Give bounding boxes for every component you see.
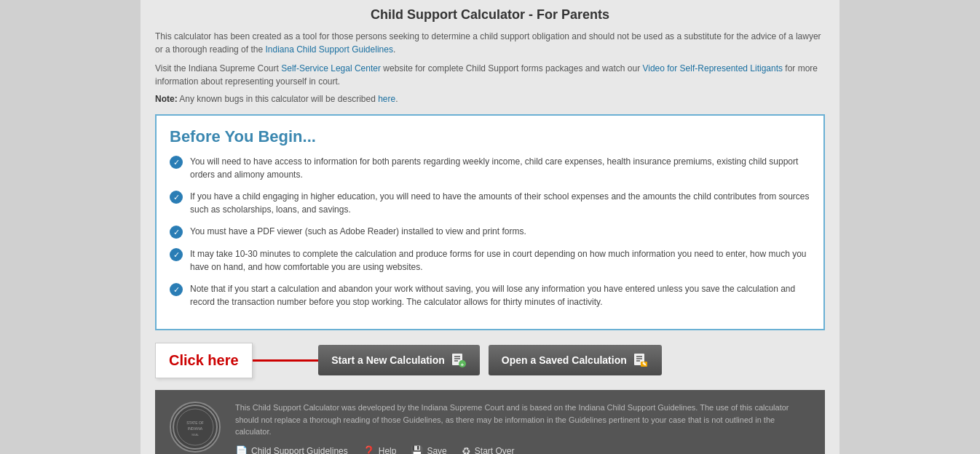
before-you-begin-box: Before You Begin... ✓ You will need to h… xyxy=(155,114,825,330)
checklist-text-1: You will need to have access to informat… xyxy=(190,155,810,181)
checklist-item-5: ✓ Note that if you start a calculation a… xyxy=(170,282,810,308)
checklist-text-4: It may take 10-30 minutes to complete th… xyxy=(190,247,810,274)
svg-text:+: + xyxy=(460,362,464,368)
save-label: Save xyxy=(427,446,446,455)
intro-paragraph-2: Visit the Indiana Supreme Court Self-Ser… xyxy=(155,62,825,88)
checklist-text-5: Note that if you start a calculation and… xyxy=(190,282,810,308)
open-saved-label: Open a Saved Calculation xyxy=(502,354,627,366)
footer-description: This Child Support Calculator was develo… xyxy=(235,402,810,438)
before-title: Before You Begin... xyxy=(170,127,810,146)
footer-nav-start-over[interactable]: ♻ Start Over xyxy=(462,445,515,455)
button-row: Start a New Calculation + Open a Saved C… xyxy=(155,345,825,375)
indiana-guidelines-link[interactable]: Indiana Child Support Guidelines xyxy=(265,44,392,55)
intro-paragraph-1: This calculator has been created as a to… xyxy=(155,30,825,56)
start-over-icon: ♻ xyxy=(462,445,471,455)
video-link[interactable]: Video for Self-Represented Litigants xyxy=(642,63,783,73)
checklist-text-2: If you have a child engaging in higher e… xyxy=(190,190,810,216)
save-icon: 💾 xyxy=(411,445,423,455)
start-over-label: Start Over xyxy=(475,446,515,455)
footer-nav-help[interactable]: ❓ Help xyxy=(363,445,397,455)
footer: STATE OF INDIANA SEAL This Child Support… xyxy=(155,390,825,454)
svg-text:INDIANA: INDIANA xyxy=(187,426,202,431)
svg-text:SEAL: SEAL xyxy=(191,433,199,437)
open-saved-calculation-button[interactable]: Open a Saved Calculation ✎ xyxy=(489,345,662,375)
start-new-label: Start a New Calculation xyxy=(331,354,445,366)
footer-content: This Child Support Calculator was develo… xyxy=(235,402,810,454)
help-label: Help xyxy=(379,446,397,455)
checklist-item-4: ✓ It may take 10-30 minutes to complete … xyxy=(170,247,810,274)
self-service-link[interactable]: Self-Service Legal Center xyxy=(281,63,381,73)
page-wrapper: Child Support Calculator - For Parents T… xyxy=(141,0,839,454)
footer-seal: STATE OF INDIANA SEAL xyxy=(170,402,221,453)
svg-text:✎: ✎ xyxy=(641,362,646,367)
page-title: Child Support Calculator - For Parents xyxy=(155,7,825,23)
start-new-calculation-button[interactable]: Start a New Calculation + xyxy=(318,345,480,375)
footer-nav-save[interactable]: 💾 Save xyxy=(411,445,446,455)
open-saved-icon: ✎ xyxy=(633,352,649,368)
note-paragraph: Note: Any known bugs in this calculator … xyxy=(155,94,825,104)
bugs-link[interactable]: here xyxy=(378,94,395,104)
help-icon: ❓ xyxy=(363,445,375,455)
check-icon-2: ✓ xyxy=(170,191,183,204)
start-new-icon: + xyxy=(451,352,467,368)
guidelines-label: Child Support Guidelines xyxy=(251,446,348,455)
check-icon-3: ✓ xyxy=(170,226,183,239)
footer-nav-guidelines[interactable]: 📄 Child Support Guidelines xyxy=(235,445,348,455)
checklist-item-1: ✓ You will need to have access to inform… xyxy=(170,155,810,181)
svg-text:STATE OF: STATE OF xyxy=(186,421,204,425)
checklist-text-3: You must have a PDF viewer (such as Adob… xyxy=(190,225,526,238)
guidelines-icon: 📄 xyxy=(235,445,248,455)
check-icon-5: ✓ xyxy=(170,283,183,296)
checklist-item-3: ✓ You must have a PDF viewer (such as Ad… xyxy=(170,225,810,239)
check-icon-1: ✓ xyxy=(170,156,183,169)
check-icon-4: ✓ xyxy=(170,248,183,261)
footer-nav: 📄 Child Support Guidelines ❓ Help 💾 Save… xyxy=(235,445,810,455)
checklist-item-2: ✓ If you have a child engaging in higher… xyxy=(170,190,810,216)
button-section: Click here Start a New Calculation + xyxy=(155,345,825,375)
